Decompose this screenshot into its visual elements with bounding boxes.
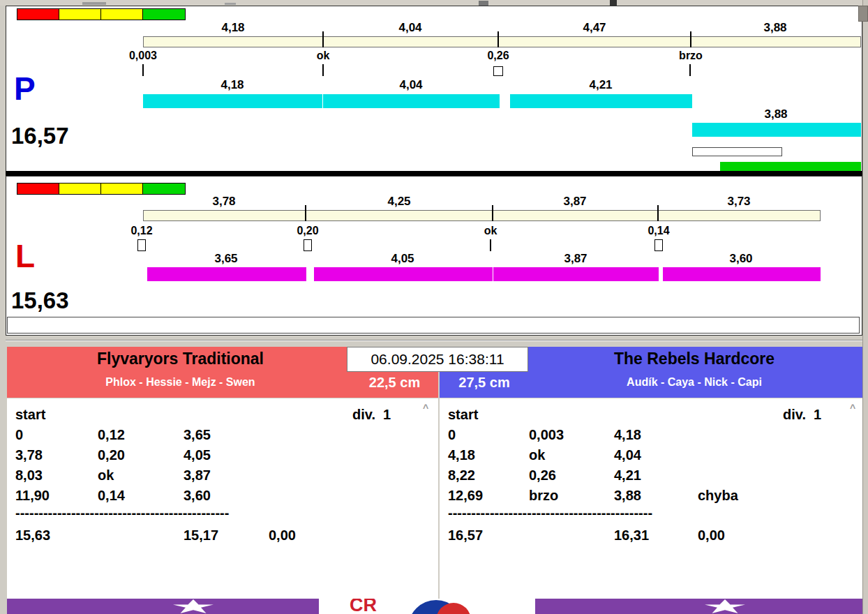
lane-l-crossing-mark: 0,20	[280, 225, 336, 237]
flyball-timing-screen: 4,18 4,04 4,47 3,88 0,003 ok 0,26 brzo P…	[0, 0, 868, 614]
traffic-light-yellow-cell	[101, 9, 143, 20]
lane-l-reference-bar	[143, 210, 821, 221]
total-cell: 15,63	[15, 527, 50, 544]
result-row: 3,78 0,20 4,05	[7, 447, 438, 465]
clipped-toolbar-fragment	[82, 2, 106, 5]
totals-row: 16,57 16,31 0,00	[440, 527, 862, 545]
lane-p-crossing-mark: 0,26	[470, 50, 526, 62]
lane-l-crossing-mark: 0,12	[114, 225, 170, 237]
lane-l-run-time: 3,60	[699, 252, 783, 266]
lane-p-run-bar-2	[323, 94, 500, 108]
lane-l-letter: L	[15, 240, 35, 272]
lane-l-crossing-mark: 0,14	[631, 225, 687, 237]
datetime-display: 06.09.2025 16:38:11	[347, 347, 528, 372]
result-row: 0 0,003 4,18	[440, 426, 862, 444]
result-cell: 4,18	[614, 426, 641, 443]
result-cell: 0,12	[98, 426, 125, 443]
lane-p-run-time: 3,88	[734, 107, 818, 121]
lane-p-run-time: 4,21	[559, 78, 643, 92]
fault-checkbox[interactable]	[493, 66, 503, 76]
section-groove	[6, 340, 862, 341]
lane-p-run-bar-3	[510, 94, 692, 108]
clipped-toolbar-strip	[0, 0, 868, 6]
traffic-light-yellow-cell	[59, 184, 101, 194]
result-cell: 4,04	[614, 447, 641, 463]
separator-dashes: ----------------------------------------…	[15, 504, 229, 521]
lane-l-run-bar-2	[314, 267, 493, 281]
result-cell: 11,90	[15, 487, 50, 504]
result-row: 4,18 ok 4,04	[440, 447, 862, 465]
total-cell: 15,17	[184, 527, 218, 544]
traffic-light-yellow-cell	[101, 184, 143, 194]
result-cell: 4,18	[448, 447, 475, 463]
right-team-dogs: Audík - Caya - Nick - Capi	[528, 376, 860, 389]
total-cell: 16,57	[448, 527, 483, 544]
lane-l-total-time: 15,63	[11, 289, 69, 312]
lane-l-run-time: 3,87	[534, 252, 618, 266]
results-header-row: start div. 1	[440, 406, 862, 424]
fault-checkbox[interactable]	[304, 239, 312, 251]
result-cell: 3,88	[614, 487, 641, 504]
lane-l-crossing-mark: ok	[463, 225, 518, 237]
right-team-name: The Rebels Hardcore	[528, 350, 860, 368]
result-cell: 3,65	[184, 426, 211, 443]
lane-p-split-time: 4,47	[553, 21, 636, 35]
lane-p-pending-bar	[692, 147, 782, 156]
result-row: 8,22 0,26 4,21	[440, 467, 862, 485]
separator-row: ----------------------------------------…	[7, 504, 438, 523]
segment-separator	[322, 31, 324, 47]
traffic-light-red-cell	[17, 184, 59, 194]
lane-l-run-bar-4	[663, 267, 821, 281]
left-team-jump-height: 22,5 cm	[354, 375, 435, 391]
segment-separator	[657, 205, 659, 221]
traffic-light-red-cell	[17, 9, 59, 20]
result-cell: 12,69	[448, 487, 483, 504]
result-cell: 0,20	[98, 447, 125, 463]
cr-logo-text: CR	[350, 599, 377, 614]
clipped-toolbar-fragment	[225, 3, 236, 5]
result-cell: 4,21	[614, 467, 641, 484]
lane-p-split-time: 4,04	[368, 21, 452, 35]
lane-p-reference-bar	[143, 36, 861, 47]
lane-l-run-time: 4,05	[361, 252, 444, 266]
lane-p-split-time: 4,18	[191, 21, 275, 35]
lane-p-green-bar	[720, 162, 861, 171]
totals-row: 15,63 15,17 0,00	[7, 527, 438, 545]
fault-checkbox[interactable]	[654, 239, 663, 251]
lane-p-run-bar-1	[143, 94, 322, 108]
sponsor-banner: CR	[7, 599, 862, 614]
result-cell: brzo	[529, 487, 558, 504]
clipped-toolbar-fragment	[610, 0, 617, 6]
lane-p-run-bar-4	[692, 123, 861, 137]
lane-divider	[6, 171, 862, 176]
right-results-panel: ^ start div. 1 0 0,003 4,18 4,18 ok 4,04…	[440, 398, 862, 599]
result-row: 8,03 ok 3,87	[7, 467, 438, 485]
separator-dashes: ----------------------------------------…	[448, 504, 652, 521]
lane-l-traffic-light	[17, 183, 186, 195]
clipped-toolbar-fragment	[479, 1, 488, 6]
result-cell: 3,60	[184, 487, 211, 504]
lane-l-split-time: 3,78	[182, 195, 266, 209]
result-row: 12,69 brzo 3,88 chyba	[440, 487, 862, 505]
segment-separator	[305, 205, 306, 221]
result-cell: 3,87	[184, 467, 211, 484]
left-team-name: Flyvaryors Traditional	[7, 350, 354, 368]
total-cell: 0,00	[269, 527, 296, 544]
lane-p-crossing-mark: ok	[295, 50, 351, 62]
result-cell: 0	[15, 426, 23, 443]
result-cell: 0,14	[98, 487, 125, 504]
traffic-light-yellow-cell	[59, 9, 101, 20]
division-label: div. 1	[783, 406, 821, 423]
banner-star-icon	[173, 599, 214, 613]
lane-l-run-bar-3	[493, 267, 659, 281]
lane-l-pending-bar	[7, 317, 860, 334]
scrollbar-button[interactable]	[858, 6, 868, 22]
fault-checkbox[interactable]	[137, 239, 146, 251]
division-label: div. 1	[352, 406, 391, 423]
left-results-panel: ^ start div. 1 0 0,12 3,65 3,78 0,20 4,0…	[7, 398, 438, 599]
lane-l-split-time: 4,25	[357, 195, 441, 209]
traffic-light-green-cell	[143, 184, 185, 194]
result-cell: 8,22	[448, 467, 475, 484]
results-header-row: start div. 1	[7, 406, 438, 424]
vertical-scrollbar[interactable]	[862, 0, 868, 614]
